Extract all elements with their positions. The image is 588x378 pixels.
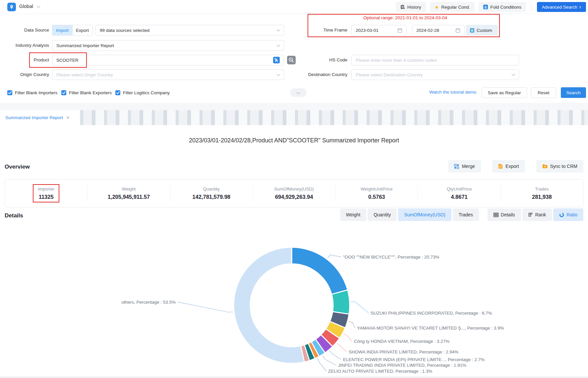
slice-label: Công ty HONDA VIETNAM, Percentage : 3.27…: [354, 339, 449, 344]
stat-label: Quantity: [192, 187, 230, 191]
merge-icon: [454, 164, 459, 169]
importer-annotation-box: Importer11325: [33, 184, 59, 202]
save-as-regular-button[interactable]: Save as Regular: [482, 87, 527, 98]
data-source-segment: Import Export: [52, 25, 92, 36]
translate-icon[interactable]: A: [273, 57, 280, 63]
checkbox-checked-icon: [115, 90, 120, 95]
divider: [531, 3, 532, 11]
stat-label: Importer: [38, 187, 54, 191]
donut-chart-icon: [559, 212, 564, 217]
stat-trades: Trades281,938: [500, 185, 583, 202]
stat-quantity: Quantity142,781,579.98: [170, 185, 253, 202]
label-leader-line: [323, 355, 336, 365]
search-button[interactable]: Search: [561, 87, 586, 98]
industry-analysis-select[interactable]: Summarized Importer Report: [52, 40, 284, 51]
donut-slice[interactable]: [332, 290, 350, 314]
fuzzy-search-icon[interactable]: [287, 56, 296, 66]
label-leader-line: [327, 255, 341, 258]
export-tab[interactable]: Export: [72, 25, 92, 35]
stat-qtyunitprice: QtyUnitPrice4.8671: [418, 185, 500, 202]
hs-code-label: HS Code: [298, 57, 347, 62]
label-leader-line: [329, 350, 341, 359]
data-sources-select[interactable]: 99 data sources selected: [95, 25, 284, 36]
destination-country-select[interactable]: Please select Destination Country: [351, 69, 519, 80]
product-input[interactable]: SCOOTER A: [52, 55, 284, 65]
label-leader-line: [318, 358, 326, 371]
label-leader-line: [337, 343, 347, 352]
regular-cond-button[interactable]: ★ Regular Cond.: [430, 2, 475, 12]
history-button[interactable]: History: [396, 2, 426, 12]
metric-sumofmoney-usd-[interactable]: SumOfMoney(USD): [398, 208, 451, 221]
expand-filters-button[interactable]: [290, 88, 307, 97]
calendar-icon[interactable]: [397, 28, 402, 33]
filter-blank-importers-checkbox[interactable]: Filter Blank Importers: [7, 88, 57, 97]
chevron-down-icon[interactable]: [36, 4, 40, 8]
stat-sumofmoney-usd-: SumOfMoney(USD)694,929,263.94: [253, 185, 335, 202]
sync-to-crm-button[interactable]: Sync to CRM: [536, 160, 583, 173]
app-window: Global History ★ Regular Cond. Fold Cond…: [0, 0, 588, 378]
stat-label: WeightUnitPrice: [361, 187, 393, 191]
slice-label: YAMAHA MOTOR SANAYI VE TİCARET LİMİTED Ş…: [357, 326, 504, 331]
metric-trades[interactable]: Trades: [453, 208, 479, 221]
label-leader-line: [351, 302, 369, 313]
import-tab[interactable]: Import: [52, 25, 72, 35]
region-selector[interactable]: Global: [19, 4, 33, 9]
stat-value: 142,781,579.98: [192, 194, 230, 200]
page-gap: [0, 103, 588, 110]
next-section-edge: [0, 376, 588, 378]
star-icon: ★: [435, 5, 439, 10]
table-icon: [494, 213, 499, 217]
fold-icon: [483, 5, 488, 9]
data-source-label: Data Source: [0, 28, 49, 33]
top-bar: Global History ★ Regular Cond. Fold Cond…: [0, 0, 588, 14]
stat-value: 4.8671: [447, 194, 472, 200]
merge-button[interactable]: Merge: [448, 160, 481, 173]
checkbox-checked-icon: [7, 90, 12, 95]
reset-button[interactable]: Reset: [531, 87, 556, 98]
history-icon: [400, 5, 405, 9]
overview-heading: Overview: [5, 164, 30, 170]
filter-blank-exporters-checkbox[interactable]: Filter Blank Exporters: [61, 88, 112, 97]
slice-label: "OOO ""NEW BICYCLE""", Percentage : 20.7…: [343, 255, 440, 260]
donut-slice[interactable]: [234, 247, 304, 363]
donut-slice[interactable]: [292, 247, 348, 294]
fold-conditions-button[interactable]: Fold Conditions: [479, 2, 526, 12]
close-icon[interactable]: ×: [66, 115, 69, 121]
metric-weight[interactable]: Weight: [340, 208, 366, 221]
custom-range-button[interactable]: Custom: [466, 25, 498, 36]
advanced-search-button[interactable]: Advanced Search ›: [537, 2, 586, 12]
origin-country-label: Origin Country: [0, 72, 49, 77]
view-details-button[interactable]: Details: [488, 208, 521, 221]
details-toolbar: WeightQuantitySumOfMoney(USD)Trades Deta…: [340, 208, 583, 221]
industry-analysis-label: Industry Analysis: [0, 43, 49, 48]
origin-country-select[interactable]: Please select Origin Country: [52, 69, 284, 80]
region-pin-icon[interactable]: [7, 3, 16, 11]
chevron-down-icon: [276, 28, 280, 31]
chevron-down-icon: [296, 90, 300, 94]
chevron-down-icon: [276, 72, 280, 76]
view-rank-button[interactable]: Rank: [522, 208, 552, 221]
tutorial-link[interactable]: Watch the tutorial demo: [418, 90, 476, 95]
label-leader-line: [178, 302, 233, 312]
slice-label: ZELIO AUTO PRIVATE LIMITED, Percentage :…: [328, 369, 432, 374]
stat-value: 1,205,945,911.57: [108, 194, 150, 200]
date-from-input[interactable]: 2023-03-01: [351, 25, 407, 36]
slice-label: SUZUKI PHILIPPINES INCORPORATED, Percent…: [371, 311, 492, 316]
view-ratio-button[interactable]: Ratio: [553, 208, 583, 221]
hs-code-input[interactable]: Please enter more than 4 customs codes: [351, 55, 519, 65]
report-panel: 2023/03/01-2024/02/28,Product AND"SCOOTE…: [0, 125, 588, 378]
calendar-icon[interactable]: [455, 28, 460, 33]
label-leader-line: [348, 321, 355, 328]
export-button[interactable]: Export: [492, 160, 525, 173]
date-to-input[interactable]: 2024-02-28: [412, 25, 465, 36]
chevron-down-icon: [276, 43, 280, 46]
stat-label: QtyUnitPrice: [447, 187, 472, 191]
filter-logistics-company-checkbox[interactable]: Filter Logitics Company: [115, 88, 170, 97]
tab-summarized-importer-report[interactable]: Summarized Importer Report ×: [0, 110, 80, 125]
search-form: Optional range: 2021-01-01 to 2024-03-04…: [0, 14, 588, 103]
slice-label: ELENTEC POWER INDIA (EPI) PRIVATE LIMITE…: [343, 357, 485, 362]
slice-label: SHOWA INDIA PRIVATE LIMITED, Percentage …: [349, 349, 458, 354]
time-frame-label: Time Frame: [298, 28, 347, 33]
custom-icon: [470, 28, 474, 33]
metric-quantity[interactable]: Quantity: [368, 208, 397, 221]
